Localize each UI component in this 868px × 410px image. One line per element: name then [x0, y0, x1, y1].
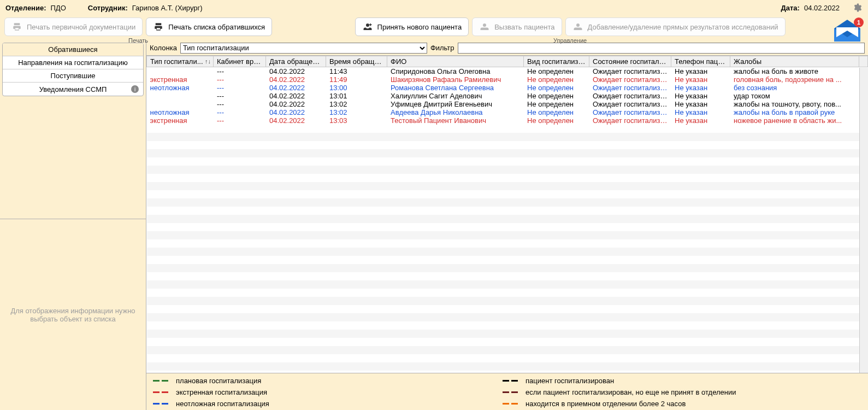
vertical-scrollbar[interactable] [859, 68, 868, 373]
col-compl[interactable]: Жалобы [730, 56, 859, 67]
nav-ssmp[interactable]: Уведомления ССМПi [3, 83, 143, 96]
legend-row: если пациент госпитализирован, но еще не… [503, 388, 736, 396]
cell-time: 13:02 [326, 108, 387, 116]
cell-cab: --- [214, 84, 266, 92]
mail-icon[interactable]: 1 [832, 19, 863, 43]
toolbar-group-manage: Принять нового пациента Вызвать пациента… [276, 17, 864, 44]
empty-row [147, 133, 868, 141]
table-row[interactable]: ---04.02.202213:02Уфимцев Дмитрий Евгень… [147, 100, 868, 108]
legend-dash-black [503, 380, 519, 382]
employee-label: Сотрудник: [88, 4, 128, 12]
filter-label: Фильтр [430, 44, 454, 52]
nav-referrals[interactable]: Направления на госпитализацию [3, 56, 143, 69]
cell-cab: --- [214, 100, 266, 108]
gear-icon[interactable] [852, 2, 863, 13]
right-pane: Колонка Тип госпитализации Фильтр Тип го… [146, 40, 868, 410]
add-remove-results-button[interactable]: Добавление/удаление прямых результатов и… [565, 17, 786, 36]
legend-label: находится в приемном отделении более 2 ч… [525, 400, 686, 408]
group-manage-label: Управление [553, 37, 587, 44]
nav-referrals-label: Направления на госпитализацию [18, 58, 128, 67]
cell-time: 13:02 [326, 100, 387, 108]
dept-value: ПДО [51, 4, 66, 12]
empty-row [147, 256, 868, 264]
table-row[interactable]: ---04.02.202211:43Спиридонова Ольга Олег… [147, 67, 868, 76]
cell-type: экстренная [147, 75, 214, 84]
cell-compl: без сознания [730, 84, 859, 92]
col-time[interactable]: Время обращения [326, 56, 387, 67]
empty-row [147, 330, 868, 338]
nav-applied-label: Обратившиеся [48, 45, 97, 54]
table-header-row: Тип госпитали...↑↓ Кабинет врача Дата об… [147, 56, 868, 67]
table-body: ---04.02.202211:43Спиридонова Ольга Олег… [147, 67, 868, 374]
cell-state: Ожидает госпитализацию [589, 92, 671, 100]
call-patient-button[interactable]: Вызвать пациента [472, 17, 562, 36]
col-fio[interactable]: ФИО [387, 56, 524, 67]
print-list-button[interactable]: Печать списка обратившихся [146, 17, 272, 36]
col-vid[interactable]: Вид госпитализации [524, 56, 589, 67]
empty-row [147, 354, 868, 362]
print-primary-label: Печать первичной документации [27, 23, 135, 31]
info-icon: i [131, 85, 139, 93]
cell-time: 13:00 [326, 84, 387, 92]
cell-cab: --- [214, 108, 266, 116]
column-label: Колонка [150, 44, 177, 52]
table-row[interactable]: неотложная---04.02.202213:00Романова Све… [147, 84, 868, 92]
legend-dash-blue [153, 403, 169, 405]
legend-dash-red [153, 391, 169, 393]
empty-row [147, 141, 868, 149]
empty-row [147, 280, 868, 289]
cell-cab: --- [214, 116, 266, 125]
print-primary-button[interactable]: Печать первичной документации [4, 17, 143, 36]
col-tel[interactable]: Телефон пациента [671, 56, 730, 67]
cell-time: 11:49 [326, 75, 387, 84]
legend-dash-darkred [503, 391, 519, 393]
table-row[interactable]: ---04.02.202213:01Халиуллин Сагит Аделов… [147, 92, 868, 100]
detail-placeholder: Для отображения информации нужно выбрать… [0, 219, 146, 410]
empty-row [147, 264, 868, 272]
cell-fio: Тестовый Пациент Иванович [387, 116, 524, 125]
cell-vid: Не определен [524, 75, 589, 84]
cell-fio: Спиридонова Ольга Олеговна [387, 67, 524, 76]
col-date[interactable]: Дата обращения [266, 56, 326, 67]
empty-row [147, 305, 868, 313]
results-icon [572, 21, 583, 32]
col-cab[interactable]: Кабинет врача [214, 56, 266, 67]
cell-state: Ожидает госпитализацию [589, 67, 671, 76]
legend-label: если пациент госпитализирован, но еще не… [525, 388, 736, 396]
cell-type [147, 92, 214, 100]
add-remove-results-label: Добавление/удаление прямых результатов и… [588, 23, 778, 31]
cell-tel: Не указан [671, 75, 730, 84]
nav-applied[interactable]: Обратившиеся [3, 43, 143, 56]
col-type[interactable]: Тип госпитали...↑↓ [147, 56, 214, 67]
employee-value: Гарипов А.Т. (Хирург) [132, 4, 203, 12]
accept-new-label: Принять нового пациента [377, 23, 462, 31]
cell-vid: Не определен [524, 100, 589, 108]
toolbar: Печать первичной документации Печать спи… [0, 15, 868, 40]
nav-admitted[interactable]: Поступившие [3, 69, 143, 83]
cell-state: Ожидает госпитализацию [589, 75, 671, 84]
cell-fio: Романова Светлана Сергеевна [387, 84, 524, 92]
dept-label: Отделение: [5, 4, 46, 12]
print-icon [11, 21, 22, 32]
empty-row [147, 149, 868, 157]
toolbar-group-print: Печать первичной документации Печать спи… [4, 17, 272, 44]
empty-row [147, 157, 868, 166]
empty-row [147, 231, 868, 239]
cell-tel: Не указан [671, 67, 730, 76]
filter-input[interactable] [458, 43, 865, 54]
table-row[interactable]: экстренная---04.02.202213:03Тестовый Пац… [147, 116, 868, 125]
cell-vid: Не определен [524, 116, 589, 125]
nav-admitted-label: Поступившие [51, 72, 96, 80]
column-select[interactable]: Тип госпитализации [180, 43, 427, 54]
patients-table: Тип госпитали...↑↓ Кабинет врача Дата об… [146, 56, 868, 373]
cell-tel: Не указан [671, 100, 730, 108]
table-row[interactable]: экстренная---04.02.202211:49Шакирзянов Р… [147, 75, 868, 84]
empty-row [147, 289, 868, 297]
col-state[interactable]: Состояние госпитализации [589, 56, 671, 67]
table-row[interactable]: неотложная---04.02.202213:02Авдеева Дарь… [147, 108, 868, 116]
empty-row [147, 248, 868, 256]
accept-new-patient-button[interactable]: Принять нового пациента [355, 17, 469, 36]
cell-time: 13:03 [326, 116, 387, 125]
cell-tel: Не указан [671, 84, 730, 92]
cell-date: 04.02.2022 [266, 67, 326, 76]
